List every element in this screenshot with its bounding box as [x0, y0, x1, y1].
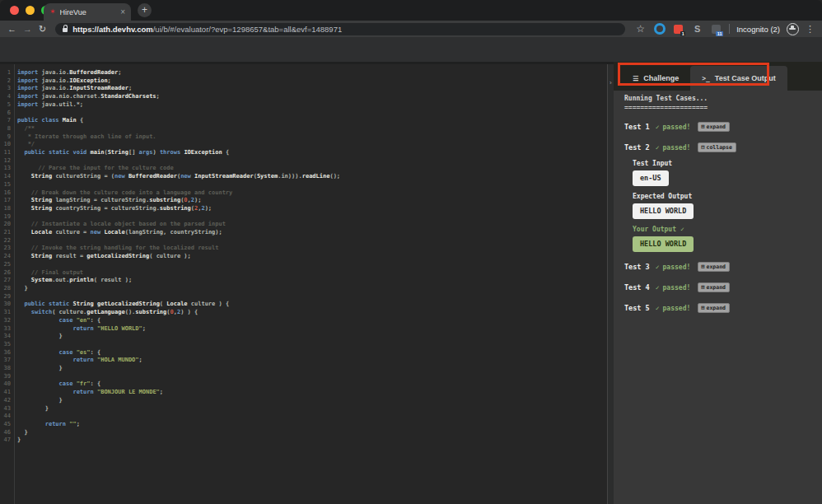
tab-test-case-output[interactable]: >_ Test Case Output: [690, 66, 787, 91]
line-number: 14: [0, 173, 11, 181]
expand-label: expand: [706, 124, 725, 130]
forward-button[interactable]: →: [23, 25, 32, 34]
extension-red-icon[interactable]: 1: [672, 23, 684, 35]
test-result-text: passed!: [663, 123, 691, 132]
test-input-label: Test Input: [633, 159, 815, 168]
code-line: [17, 213, 340, 222]
collapse-arrow-icon: ›: [609, 79, 612, 86]
window-minimize-button[interactable]: [26, 6, 35, 15]
test-result-text: passed!: [663, 283, 691, 292]
test-name: Test 4: [624, 283, 650, 292]
line-number: 1: [0, 69, 11, 77]
code-line: import java.io.InputStreamReader;: [17, 85, 340, 93]
incognito-label: Incognito (2): [736, 25, 780, 34]
browser-tab[interactable]: ✶ HireVue ×: [44, 3, 131, 21]
extension-blue-circle-icon[interactable]: [653, 23, 666, 35]
browser-nav-bar: ← → ↻ https://ath.devhv.com/ui/b/#/evalu…: [0, 21, 822, 37]
code-line: public static String getLocalizedString(…: [17, 301, 340, 309]
line-number: 5: [0, 101, 11, 110]
expand-label: expand: [706, 284, 725, 291]
code-line: // Instantiate a locale object based on …: [17, 221, 340, 229]
code-line: }: [17, 429, 340, 437]
tab-challenge-label: Challenge: [643, 74, 679, 82]
test-result-row: Test 5✓passed!⊞expand: [624, 302, 815, 314]
code-line: public class Main {: [17, 117, 340, 125]
extension-s-icon[interactable]: S: [691, 23, 703, 35]
incognito-avatar-icon[interactable]: [787, 23, 799, 35]
code-line: String countryString = cultureString.sub…: [17, 205, 340, 213]
window-close-button[interactable]: [10, 6, 19, 15]
browser-menu-button[interactable]: ⋮: [806, 24, 815, 35]
code-line: case "es": {: [17, 349, 340, 357]
hirevue-favicon-icon: ✶: [49, 8, 56, 16]
address-bar[interactable]: https://ath.devhv.com/ui/b/#/evaluator/?…: [55, 23, 625, 35]
expected-output-label: Expected Output: [633, 192, 815, 201]
line-number: 8: [0, 125, 11, 133]
test-result-row: Test 3✓passed!⊞expand: [624, 261, 815, 273]
browser-tab-bar: ✶ HireVue × +: [0, 0, 822, 21]
expand-label: expand: [706, 305, 725, 311]
expand-button[interactable]: ⊞expand: [698, 303, 730, 313]
code-line: Locale culture = new Locale(langString, …: [17, 229, 340, 237]
test-output-panel: ☰ Challenge >_ Test Case Output Running …: [614, 62, 822, 504]
code-line: /**: [17, 125, 340, 133]
line-number: 16: [0, 189, 11, 198]
test-result-text: passed!: [663, 263, 691, 272]
bookmark-star-icon[interactable]: ☆: [634, 23, 647, 35]
line-number: 37: [0, 357, 11, 365]
test-result: Test 4✓passed!⊞expand: [624, 282, 815, 293]
line-number: 31: [0, 309, 11, 317]
plus-box-icon: ⊞: [701, 124, 704, 130]
lock-icon: [63, 28, 68, 32]
line-number: 18: [0, 205, 11, 213]
line-number: 42: [0, 397, 11, 405]
test-result-text: passed!: [663, 143, 691, 152]
line-number: 47: [0, 436, 11, 445]
line-number: 24: [0, 253, 11, 261]
back-button[interactable]: ←: [7, 25, 16, 34]
terminal-icon: >_: [702, 75, 710, 82]
expand-button[interactable]: ⊞expand: [698, 262, 730, 272]
line-number: 26: [0, 269, 11, 278]
line-number: 23: [0, 245, 11, 253]
code-line: [17, 237, 340, 245]
test-result: Test 2✓passed!⊟collapseTest Inputen-USEx…: [624, 142, 815, 252]
code-line: }: [17, 365, 340, 373]
code-line: return "HELLO WORLD";: [17, 325, 340, 334]
test-result-text: passed!: [663, 304, 691, 313]
expand-button[interactable]: ⊞expand: [698, 282, 730, 292]
tab-close-icon[interactable]: ×: [120, 8, 125, 16]
code-line: import java.nio.charset.StandardCharsets…: [17, 93, 340, 101]
code-line: */: [17, 141, 340, 149]
extension-dark-icon[interactable]: 11: [710, 23, 722, 35]
line-number: 21: [0, 229, 11, 237]
expand-label: expand: [706, 264, 725, 270]
code-line: // Parse the input for the culture code: [17, 165, 340, 173]
refresh-button[interactable]: ↻: [39, 25, 46, 34]
check-icon: ✓: [680, 226, 684, 233]
list-icon: ☰: [633, 75, 638, 82]
extension-dark-badge: 11: [716, 31, 723, 36]
gutter-border: [14, 64, 15, 504]
code-line: [17, 293, 340, 301]
expand-button[interactable]: ⊞expand: [698, 122, 730, 132]
code-line: String langString = cultureString.substr…: [17, 197, 340, 205]
code-line: [17, 110, 340, 118]
line-number: 7: [0, 117, 11, 125]
new-tab-button[interactable]: +: [138, 3, 152, 17]
line-number: 4: [0, 93, 11, 101]
tab-challenge[interactable]: ☰ Challenge: [621, 66, 690, 91]
collapse-button[interactable]: ⊟collapse: [698, 142, 736, 152]
line-number: 41: [0, 389, 11, 397]
line-number: 45: [0, 421, 11, 429]
your-output-value: HELLO WORLD: [633, 236, 694, 252]
code-line: // Invoke the string handling for the lo…: [17, 245, 340, 253]
expected-output-value: HELLO WORLD: [633, 203, 694, 219]
line-number: 10: [0, 141, 11, 149]
code-editor[interactable]: 1234567891011121314151617181920212223242…: [0, 64, 607, 504]
code-line: System.out.println( result );: [17, 277, 340, 285]
line-number: 30: [0, 301, 11, 309]
test-result: Test 3✓passed!⊞expand: [624, 261, 815, 273]
line-number: 12: [0, 157, 11, 166]
panel-splitter[interactable]: ›: [607, 64, 614, 504]
